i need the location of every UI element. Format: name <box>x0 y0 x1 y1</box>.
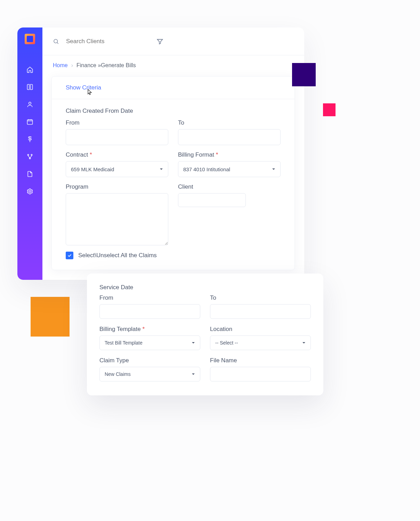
criteria-header: Show Criteria <box>52 77 294 99</box>
program-textarea[interactable] <box>66 193 168 245</box>
service-date-section-label: Service Date <box>99 284 311 291</box>
content-area: Home › Finance »Generate Bills Show Crit… <box>42 55 304 280</box>
search-icon <box>53 38 59 45</box>
breadcrumb-finance: Finance »Generate Bills <box>76 62 136 69</box>
to-label: To <box>178 119 281 126</box>
select-all-checkbox[interactable] <box>66 252 73 259</box>
breadcrumb-home-link[interactable]: Home <box>53 62 68 69</box>
service-date-card: Service Date From To Billing Template * … <box>87 274 323 395</box>
billing-format-label: Billing Format * <box>178 151 281 158</box>
svg-rect-1 <box>27 120 33 124</box>
contract-select[interactable]: 659 MLK Medicaid <box>66 161 168 177</box>
home-icon[interactable] <box>26 66 34 73</box>
billing-template-select[interactable]: Test Bill Template <box>99 336 200 350</box>
claim-type-label: Claim Type <box>99 357 200 364</box>
program-label: Program <box>66 183 168 190</box>
location-select[interactable]: -- Select -- <box>210 336 311 350</box>
dollar-icon[interactable] <box>26 135 34 143</box>
claim-created-section-label: Claim Created From Date <box>66 108 281 115</box>
branch-icon[interactable] <box>26 153 34 160</box>
svg-point-3 <box>31 154 32 155</box>
caret-down-icon <box>192 372 195 376</box>
service-to-input[interactable] <box>210 304 311 319</box>
service-to-label: To <box>210 294 311 301</box>
required-mark: * <box>143 326 145 332</box>
billing-template-value: Test Bill Template <box>105 340 143 346</box>
breadcrumb: Home › Finance »Generate Bills <box>53 62 304 69</box>
chevron-right-icon: › <box>71 62 73 69</box>
claim-to-date-input[interactable] <box>178 129 281 145</box>
decoration-pink-square <box>323 103 336 116</box>
required-mark: * <box>216 151 218 158</box>
service-from-input[interactable] <box>99 304 200 319</box>
app-window: Home › Finance »Generate Bills Show Crit… <box>17 27 304 280</box>
show-criteria-toggle[interactable]: Show Criteria <box>66 84 101 91</box>
calendar-icon[interactable] <box>26 118 34 126</box>
caret-down-icon <box>192 341 195 345</box>
document-icon[interactable] <box>26 170 34 178</box>
client-label: Client <box>178 183 281 190</box>
file-name-input[interactable] <box>210 367 311 381</box>
svg-point-6 <box>54 39 58 43</box>
criteria-card: Show Criteria Claim Created From Date Fr… <box>51 76 295 270</box>
claim-from-date-input[interactable] <box>66 129 168 145</box>
person-icon[interactable] <box>26 101 34 108</box>
decoration-purple-square <box>292 63 316 86</box>
file-name-label: File Name <box>210 357 311 364</box>
breadcrumb-separator: » <box>98 62 101 68</box>
select-all-row: Select\Unselect All the Claims <box>66 252 281 259</box>
app-logo <box>25 34 35 44</box>
contract-label: Contract * <box>66 151 168 158</box>
billing-template-label-text: Billing Template <box>99 326 141 332</box>
svg-point-5 <box>29 191 31 192</box>
required-mark: * <box>90 151 92 158</box>
filter-icon[interactable] <box>156 38 163 45</box>
caret-down-icon <box>272 167 275 171</box>
billing-template-label: Billing Template * <box>99 326 200 333</box>
search-input[interactable] <box>66 38 143 45</box>
caret-down-icon <box>160 167 163 171</box>
gear-icon[interactable] <box>26 188 34 195</box>
contract-label-text: Contract <box>66 151 88 158</box>
breadcrumb-tail-label: Generate Bills <box>101 62 136 68</box>
criteria-form: Claim Created From Date From To Contrac <box>52 99 294 270</box>
billing-format-select[interactable]: 837 4010 Intitutional <box>178 161 281 177</box>
contract-value: 659 MLK Medicaid <box>71 166 114 172</box>
select-all-label: Select\Unselect All the Claims <box>78 252 157 259</box>
book-icon[interactable] <box>26 83 34 91</box>
show-criteria-label: Show Criteria <box>66 84 101 91</box>
service-from-label: From <box>99 294 200 301</box>
svg-point-2 <box>27 154 29 155</box>
location-label: Location <box>210 326 311 333</box>
from-label: From <box>66 119 168 126</box>
caret-down-icon <box>302 341 306 345</box>
decoration-orange-square <box>31 297 70 337</box>
claim-type-value: New Claims <box>105 371 131 377</box>
client-input[interactable] <box>178 193 246 207</box>
billing-format-label-text: Billing Format <box>178 151 214 158</box>
topbar <box>42 27 304 55</box>
claim-type-select[interactable]: New Claims <box>99 367 200 381</box>
breadcrumb-mid-label: Finance <box>76 62 96 68</box>
location-value: -- Select -- <box>215 340 238 346</box>
billing-format-value: 837 4010 Intitutional <box>183 166 230 172</box>
svg-point-0 <box>29 102 31 104</box>
cursor-icon <box>88 89 92 95</box>
sidebar <box>17 27 42 280</box>
